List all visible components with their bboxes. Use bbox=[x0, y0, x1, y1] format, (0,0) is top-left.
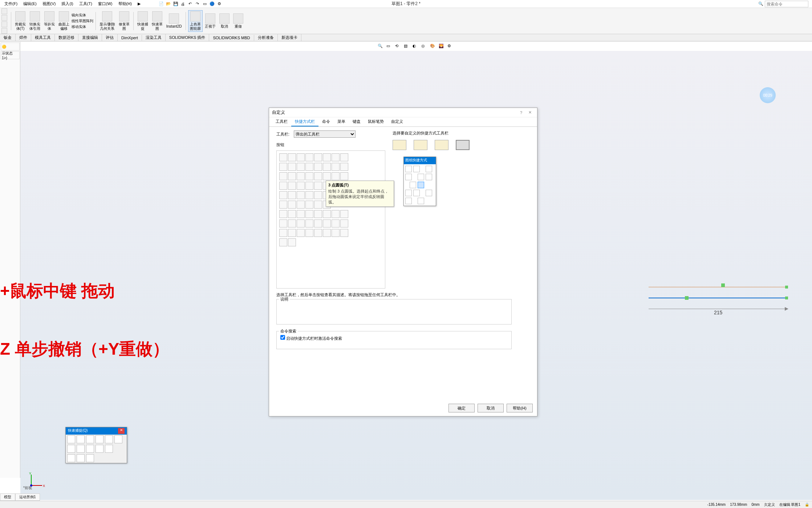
snap-center-icon[interactable] bbox=[77, 435, 85, 443]
snap-length-icon[interactable] bbox=[77, 454, 85, 462]
line-tool-icon[interactable] bbox=[426, 166, 432, 172]
surface-offset-button[interactable]: 曲面上 偏移 bbox=[57, 11, 71, 32]
line-icon[interactable] bbox=[1, 8, 7, 14]
auto-search-checkbox[interactable]: 启动快捷方式栏时激活命令搜索 bbox=[280, 336, 342, 340]
palette-icon[interactable] bbox=[323, 163, 331, 171]
tab-mbd[interactable]: SOLIDWORKS MBD bbox=[209, 35, 254, 41]
dtab-commands[interactable]: 命令 bbox=[318, 117, 334, 126]
menu-file[interactable]: 文件(F) bbox=[1, 0, 20, 7]
palette-icon[interactable] bbox=[279, 153, 287, 161]
help-button[interactable]: 帮助(H) bbox=[507, 404, 533, 412]
palette-icon[interactable] bbox=[314, 229, 322, 237]
shortcut-slot-3[interactable] bbox=[435, 140, 448, 150]
dtab-menus[interactable]: 菜单 bbox=[334, 117, 349, 126]
tab-mold[interactable]: 模具工具 bbox=[31, 34, 55, 41]
palette-icon[interactable] bbox=[340, 153, 348, 161]
centerline-icon[interactable] bbox=[405, 174, 412, 180]
trim-icon[interactable] bbox=[426, 190, 432, 196]
new-icon[interactable]: 📄 bbox=[158, 1, 165, 7]
palette-icon[interactable] bbox=[340, 172, 348, 180]
mirror-button[interactable]: 镜向实体 bbox=[72, 13, 93, 18]
move-entities-button[interactable]: 移动实体 bbox=[72, 24, 93, 29]
select-tool-icon[interactable] bbox=[405, 166, 412, 172]
palette-icon[interactable] bbox=[314, 201, 322, 209]
palette-icon[interactable] bbox=[332, 163, 340, 171]
rapid-sketch-button[interactable]: 快速草 图 bbox=[150, 11, 164, 32]
repair-sketch-button[interactable]: 修复草 图 bbox=[117, 11, 131, 32]
snap-mid-icon[interactable] bbox=[86, 435, 94, 443]
palette-icon[interactable] bbox=[314, 182, 322, 190]
palette-icon[interactable] bbox=[314, 219, 322, 227]
offset-entities-button[interactable]: 等距实 体 bbox=[42, 11, 56, 32]
snap-perp-icon[interactable] bbox=[77, 445, 85, 453]
palette-icon[interactable] bbox=[279, 182, 287, 190]
search-input[interactable] bbox=[765, 1, 808, 7]
palette-icon[interactable] bbox=[305, 191, 313, 199]
convert-entities-button[interactable]: 转换实 体引用 bbox=[28, 11, 42, 32]
palette-icon[interactable] bbox=[288, 153, 296, 161]
tab-addins[interactable]: SOLIDWORKS 插件 bbox=[166, 34, 210, 41]
quick-snap-toolbar[interactable]: 快速捕捉(Q) ✕ bbox=[65, 427, 127, 463]
snap-nearest-icon[interactable] bbox=[114, 435, 122, 443]
palette-icon[interactable] bbox=[297, 163, 305, 171]
polygon-icon[interactable] bbox=[1, 21, 7, 27]
toolbar-select[interactable]: 弹出的工具栏 bbox=[294, 130, 356, 138]
palette-icon[interactable] bbox=[340, 210, 348, 218]
menu-tools[interactable]: 工具(T) bbox=[76, 0, 95, 7]
menu-edit[interactable]: 编辑(E) bbox=[20, 0, 40, 7]
redo-button[interactable]: 重做 bbox=[232, 13, 245, 29]
fillet-icon[interactable] bbox=[413, 190, 420, 196]
snap-grid-icon[interactable] bbox=[67, 454, 75, 462]
snap-quadrant-icon[interactable] bbox=[96, 435, 103, 443]
tab-model[interactable]: 模型 bbox=[0, 493, 15, 501]
snap-hv-icon[interactable] bbox=[96, 445, 103, 453]
palette-icon[interactable] bbox=[288, 191, 296, 199]
menu-view[interactable]: 视图(V) bbox=[40, 0, 59, 7]
dialog-help-icon[interactable]: ? bbox=[517, 110, 525, 115]
palette-icon[interactable] bbox=[340, 163, 348, 171]
palette-icon[interactable] bbox=[340, 229, 348, 237]
offset-icon[interactable] bbox=[418, 198, 424, 204]
status-unit-icon[interactable]: 🔒 bbox=[805, 503, 809, 507]
tab-analysis[interactable]: 分析准备 bbox=[254, 34, 278, 41]
palette-icon[interactable] bbox=[288, 163, 296, 171]
circle-icon[interactable] bbox=[1, 15, 7, 21]
palette-icon[interactable] bbox=[340, 219, 348, 227]
display-style-icon[interactable]: ◐ bbox=[413, 44, 420, 51]
print-icon[interactable]: 🖨 bbox=[180, 1, 186, 7]
menu-window[interactable]: 窗口(W) bbox=[95, 0, 115, 7]
snap-toolbar-header[interactable]: 快速捕捉(Q) ✕ bbox=[66, 427, 127, 435]
rebuild-icon[interactable]: 🔵 bbox=[209, 1, 215, 7]
circle-tool-icon[interactable] bbox=[410, 182, 416, 188]
palette-icon[interactable] bbox=[305, 153, 313, 161]
scene-icon[interactable]: 🌄 bbox=[439, 44, 446, 51]
palette-icon[interactable] bbox=[288, 219, 296, 227]
snap-parallel-icon[interactable] bbox=[86, 445, 94, 453]
menu-help[interactable]: 帮助(H) bbox=[115, 0, 135, 7]
dtab-keyboard[interactable]: 键盘 bbox=[349, 117, 364, 126]
redo-icon[interactable]: ↷ bbox=[194, 1, 201, 7]
shortcut-slot-4[interactable] bbox=[456, 140, 470, 150]
save-icon[interactable]: 💾 bbox=[172, 1, 179, 7]
dtab-customize[interactable]: 自定义 bbox=[387, 117, 407, 126]
section-view-icon[interactable]: ▧ bbox=[404, 44, 411, 51]
convert-icon[interactable] bbox=[405, 198, 412, 204]
hide-show-icon[interactable]: ◎ bbox=[421, 44, 429, 51]
view-settings-icon[interactable]: ⚙ bbox=[447, 44, 455, 51]
dialog-titlebar[interactable]: 自定义 ? ✕ bbox=[269, 108, 537, 117]
shaded-sketch-button[interactable]: 上色草 图轮廓 bbox=[188, 10, 203, 32]
open-icon[interactable]: 📂 bbox=[165, 1, 172, 7]
palette-icon[interactable] bbox=[288, 182, 296, 190]
palette-icon[interactable] bbox=[297, 153, 305, 161]
select-icon[interactable]: ▭ bbox=[202, 1, 208, 7]
palette-icon[interactable] bbox=[288, 229, 296, 237]
tab-weldments[interactable]: 焊件 bbox=[16, 34, 31, 41]
palette-icon[interactable] bbox=[297, 229, 305, 237]
palette-icon[interactable] bbox=[305, 172, 313, 180]
palette-icon[interactable] bbox=[288, 201, 296, 209]
palette-icon[interactable] bbox=[297, 219, 305, 227]
ok-button[interactable]: 确定 bbox=[448, 404, 475, 412]
palette-icon[interactable] bbox=[279, 172, 287, 180]
dialog-close-icon[interactable]: ✕ bbox=[525, 110, 534, 115]
menu-insert[interactable]: 插入(I) bbox=[58, 0, 76, 7]
